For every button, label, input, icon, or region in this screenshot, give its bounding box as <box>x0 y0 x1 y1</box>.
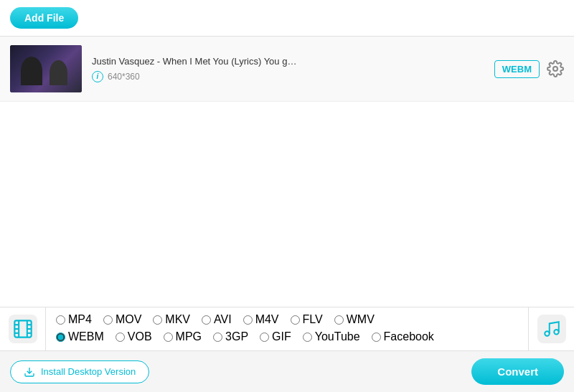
download-icon <box>24 366 35 378</box>
format-label-flv: FLV <box>303 313 323 326</box>
format-label-m4v: M4V <box>255 313 279 326</box>
format-row-1: MP4 MOV MKV AVI M4V FLV <box>56 313 518 326</box>
format-radio-flv[interactable] <box>291 315 300 325</box>
format-radio-mp4[interactable] <box>56 315 65 325</box>
format-radio-mov[interactable] <box>103 315 113 325</box>
format-radio-youtube[interactable] <box>303 333 312 342</box>
install-button-label: Install Desktop Version <box>41 366 136 377</box>
format-radio-webm[interactable] <box>56 333 65 342</box>
add-file-button[interactable]: Add File <box>10 7 78 29</box>
format-radio-gif[interactable] <box>260 333 269 342</box>
format-option-wmv[interactable]: WMV <box>334 313 375 326</box>
format-label-avi: AVI <box>214 313 232 326</box>
file-list: Justin Vasquez - When I Met You (Lyrics)… <box>0 37 574 307</box>
format-label-gif: GIF <box>272 330 291 343</box>
film-icon[interactable] <box>9 315 37 343</box>
format-radio-m4v[interactable] <box>243 315 253 325</box>
file-thumbnail <box>10 45 82 92</box>
format-options: MP4 MOV MKV AVI M4V FLV <box>46 307 528 350</box>
format-option-mpg[interactable]: MPG <box>164 330 202 343</box>
format-label-vob: VOB <box>128 330 152 343</box>
file-resolution: 640*360 <box>108 72 140 82</box>
format-option-youtube[interactable]: YouTube <box>303 330 360 343</box>
video-icon-column <box>0 307 46 350</box>
file-info: Justin Vasquez - When I Met You (Lyrics)… <box>82 56 494 82</box>
action-bar: Install Desktop Version Convert <box>0 350 574 392</box>
format-radio-mkv[interactable] <box>153 315 162 325</box>
format-radio-vob[interactable] <box>116 333 125 342</box>
file-item: Justin Vasquez - When I Met You (Lyrics)… <box>0 37 574 102</box>
format-label-webm: WEBM <box>68 330 104 343</box>
format-radio-avi[interactable] <box>202 315 211 325</box>
format-radio-facebook[interactable] <box>372 333 381 342</box>
toolbar: Add File <box>0 0 574 37</box>
format-option-avi[interactable]: AVI <box>202 313 232 326</box>
format-option-facebook[interactable]: Facebook <box>372 330 434 343</box>
format-label-3gp: 3GP <box>225 330 248 343</box>
format-label-mp4: MP4 <box>68 313 92 326</box>
format-option-mkv[interactable]: MKV <box>153 313 190 326</box>
settings-icon[interactable] <box>547 60 564 77</box>
format-option-gif[interactable]: GIF <box>260 330 291 343</box>
format-option-vob[interactable]: VOB <box>116 330 152 343</box>
format-label-youtube: YouTube <box>315 330 360 343</box>
file-name: Justin Vasquez - When I Met You (Lyrics)… <box>92 56 415 67</box>
convert-button[interactable]: Convert <box>471 358 564 385</box>
format-label-mpg: MPG <box>176 330 202 343</box>
install-desktop-button[interactable]: Install Desktop Version <box>10 360 149 383</box>
format-option-3gp[interactable]: 3GP <box>213 330 248 343</box>
format-row-2: WEBM VOB MPG 3GP GIF YouTube <box>56 330 518 343</box>
file-actions: WEBM <box>494 60 564 78</box>
format-option-flv[interactable]: FLV <box>291 313 323 326</box>
format-radio-mpg[interactable] <box>164 333 173 342</box>
svg-point-11 <box>554 330 559 335</box>
format-radio-wmv[interactable] <box>334 315 344 325</box>
format-label-facebook: Facebook <box>384 330 434 343</box>
format-bar: MP4 MOV MKV AVI M4V FLV <box>0 307 574 350</box>
format-radio-3gp[interactable] <box>213 333 222 342</box>
format-option-webm[interactable]: WEBM <box>56 330 104 343</box>
svg-point-0 <box>553 67 557 71</box>
format-label-mkv: MKV <box>165 313 190 326</box>
svg-point-10 <box>545 331 550 336</box>
format-option-mp4[interactable]: MP4 <box>56 313 92 326</box>
info-icon[interactable]: i <box>92 71 103 82</box>
format-option-mov[interactable]: MOV <box>103 313 141 326</box>
music-icon-column <box>528 307 574 350</box>
file-meta: i 640*360 <box>92 71 484 82</box>
format-option-m4v[interactable]: M4V <box>243 313 279 326</box>
format-label-mov: MOV <box>116 313 141 326</box>
format-label-wmv: WMV <box>347 313 375 326</box>
music-icon[interactable] <box>537 315 566 343</box>
format-badge[interactable]: WEBM <box>494 60 540 78</box>
